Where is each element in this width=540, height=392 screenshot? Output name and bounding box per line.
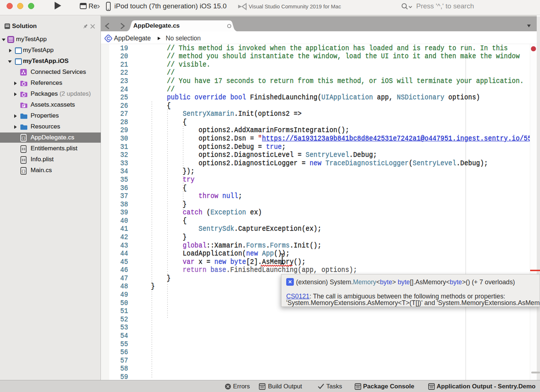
svg-text:C: C [107, 36, 110, 41]
svg-text:{}: {} [21, 169, 25, 173]
svg-text:{}: {} [21, 136, 25, 140]
